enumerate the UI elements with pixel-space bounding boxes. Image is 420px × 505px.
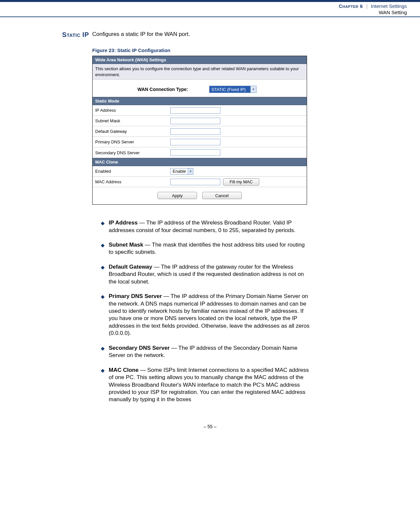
button-row: Apply Cancel: [93, 187, 307, 204]
apply-button[interactable]: Apply: [157, 192, 197, 199]
mac-enabled-select[interactable]: Enable ▼: [170, 168, 193, 175]
subnet-mask-row: Subnet Mask: [93, 116, 307, 126]
panel-description: This section allows you to configure the…: [93, 64, 307, 80]
lead-text: Configures a static IP for the WAN port.: [92, 31, 310, 38]
list-item: ◆ Subnet Mask — The mask that identifies…: [101, 241, 310, 256]
secondary-dns-row: Secondary DNS Server: [93, 147, 307, 158]
secondary-dns-input[interactable]: [170, 149, 220, 156]
bullet-text: MAC Clone — Some ISPs limit Internet con…: [109, 367, 310, 403]
default-gateway-row: Default Gateway: [93, 126, 307, 137]
wan-connection-select[interactable]: STATIC (Fixed IP) ▼: [209, 86, 257, 93]
panel-title-bar: Wide Area Network (WAN) Settings: [93, 56, 307, 64]
section-heading: Static IP: [0, 31, 92, 39]
wan-connection-value: STATIC (Fixed IP): [210, 86, 250, 93]
mac-address-input[interactable]: [170, 179, 220, 185]
diamond-bullet-icon: ◆: [101, 293, 109, 337]
list-item: ◆ Default Gateway — The IP address of th…: [101, 263, 310, 285]
fill-my-mac-button[interactable]: Fill my MAC: [223, 178, 259, 186]
mac-enabled-value: Enable: [171, 169, 188, 174]
page-footer: – 55 –: [0, 411, 420, 432]
primary-dns-label: Primary DNS Server: [93, 139, 170, 144]
mac-address-row: MAC Address Fill my MAC: [93, 177, 307, 187]
chevron-down-icon: ▼: [188, 168, 193, 174]
diamond-bullet-icon: ◆: [101, 241, 109, 256]
bullet-text: IP Address — The IP address of the Wirel…: [109, 219, 310, 234]
ip-address-input[interactable]: [170, 107, 220, 114]
primary-dns-input[interactable]: [170, 139, 220, 145]
header-title: Internet Settings: [371, 3, 407, 9]
subnet-mask-input[interactable]: [170, 118, 220, 124]
chevron-down-icon: ▼: [250, 86, 256, 93]
list-item: ◆ MAC Clone — Some ISPs limit Internet c…: [101, 367, 310, 403]
ip-address-label: IP Address: [93, 108, 170, 113]
diamond-bullet-icon: ◆: [101, 344, 109, 359]
bullet-list: ◆ IP Address — The IP address of the Wir…: [92, 219, 310, 403]
bullet-text: Secondary DNS Server — The IP address of…: [109, 344, 310, 359]
bullet-text: Subnet Mask — The mask that identifies t…: [109, 241, 310, 256]
header-separator: |: [366, 3, 368, 9]
figure-caption: Figure 23: Static IP Configuration: [92, 47, 310, 53]
mac-enabled-label: Enabled: [93, 169, 170, 174]
header-chapter: Chapter 6: [339, 3, 363, 9]
secondary-dns-label: Secondary DNS Server: [93, 150, 170, 155]
wan-connection-label: WAN Connection Type:: [93, 87, 188, 92]
mac-clone-header: MAC Clone: [93, 158, 307, 166]
default-gateway-input[interactable]: [170, 128, 220, 135]
cancel-button[interactable]: Cancel: [202, 192, 242, 199]
screenshot-container: Wide Area Network (WAN) Settings This se…: [92, 56, 307, 205]
diamond-bullet-icon: ◆: [101, 367, 109, 403]
list-item: ◆ Secondary DNS Server — The IP address …: [101, 344, 310, 359]
bullet-text: Default Gateway — The IP address of the …: [109, 263, 310, 285]
header-subtitle: WAN Setting: [0, 10, 407, 15]
list-item: ◆ IP Address — The IP address of the Wir…: [101, 219, 310, 234]
bullet-text: Primary DNS Server — The IP address of t…: [109, 293, 310, 337]
diamond-bullet-icon: ◆: [101, 263, 109, 285]
mac-address-label: MAC Address: [93, 179, 170, 184]
diamond-bullet-icon: ◆: [101, 219, 109, 234]
list-item: ◆ Primary DNS Server — The IP address of…: [101, 293, 310, 337]
static-mode-header: Static Mode: [93, 97, 307, 105]
page-header: Chapter 6 | Internet Settings WAN Settin…: [0, 2, 420, 17]
subnet-mask-label: Subnet Mask: [93, 118, 170, 123]
mac-enabled-row: Enabled Enable ▼: [93, 166, 307, 177]
default-gateway-label: Default Gateway: [93, 129, 170, 134]
wan-connection-row: WAN Connection Type: STATIC (Fixed IP) ▼: [93, 80, 307, 97]
primary-dns-row: Primary DNS Server: [93, 137, 307, 147]
ip-address-row: IP Address: [93, 105, 307, 116]
